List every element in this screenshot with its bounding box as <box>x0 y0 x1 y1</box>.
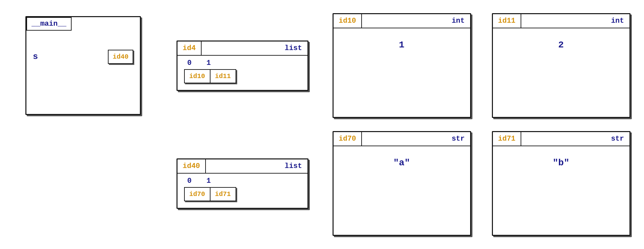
id40-idx-1: 1 <box>207 177 211 185</box>
id10-cell: id10 int 1 <box>325 10 478 121</box>
id71-header: id71 str <box>493 132 629 146</box>
id11-id-label: id11 <box>493 14 522 28</box>
id70-id-label: id70 <box>334 132 362 146</box>
id10-id-label: id10 <box>334 14 362 28</box>
id40-child-1: id71 <box>210 187 236 201</box>
id40-indices: 0 1 <box>184 177 301 185</box>
id4-body: 0 1 id10 id11 <box>177 56 307 90</box>
id11-cell: id11 int 2 <box>485 10 637 121</box>
id71-id-label: id71 <box>493 132 522 146</box>
id71-cell: id71 str "b" <box>485 128 637 239</box>
id71-value: "b" <box>493 146 629 179</box>
id4-child-0: id10 <box>184 69 210 83</box>
id4-cell: id4 list 0 1 id10 id11 <box>166 10 319 121</box>
id40-header: id40 list <box>177 159 307 174</box>
id11-type-label: int <box>521 14 629 28</box>
main-frame: __main__ s id40 <box>25 16 141 115</box>
id4-idx-0: 0 <box>187 59 192 67</box>
id70-cell: id70 str "a" <box>325 128 478 239</box>
id40-idx-0: 0 <box>187 177 192 185</box>
id40-cell: id40 list 0 1 id70 id71 <box>166 128 319 239</box>
id71-type-label: str <box>521 132 629 146</box>
main-module-cell: __main__ s id40 <box>7 10 159 121</box>
id4-child-1: id11 <box>210 69 236 83</box>
id10-header: id10 int <box>334 14 470 28</box>
id4-indices: 0 1 <box>184 59 301 67</box>
id10-value: 1 <box>334 28 470 61</box>
id11-value: 2 <box>493 28 629 61</box>
id40-frame: id40 list 0 1 id70 id71 <box>177 158 308 209</box>
main-tab: __main__ <box>26 17 72 31</box>
id11-frame: id11 int 2 <box>492 13 630 118</box>
var-label: s <box>33 52 38 62</box>
id11-header: id11 int <box>493 14 629 28</box>
main-ref: id40 <box>108 50 133 64</box>
id40-type-label: list <box>206 159 307 173</box>
id40-id-label: id40 <box>177 159 206 173</box>
id71-frame: id71 str "b" <box>492 131 630 236</box>
id4-idx-1: 1 <box>207 59 211 67</box>
id40-body: 0 1 id70 id71 <box>177 174 307 208</box>
id4-header: id4 list <box>177 42 307 56</box>
id4-id-label: id4 <box>177 42 202 55</box>
id4-children: id10 id11 <box>184 69 236 83</box>
id10-frame: id10 int 1 <box>333 13 471 118</box>
diagram-grid: __main__ s id40 id4 list 0 1 id10 id11 <box>0 0 644 249</box>
id40-child-0: id70 <box>184 187 210 201</box>
id70-header: id70 str <box>334 132 470 146</box>
id70-value: "a" <box>334 146 470 179</box>
id70-type-label: str <box>362 132 470 146</box>
id4-type-label: list <box>202 42 307 55</box>
id10-type-label: int <box>362 14 470 28</box>
id70-frame: id70 str "a" <box>333 131 471 236</box>
id40-children: id70 id71 <box>184 187 236 201</box>
id4-frame: id4 list 0 1 id10 id11 <box>177 41 308 91</box>
